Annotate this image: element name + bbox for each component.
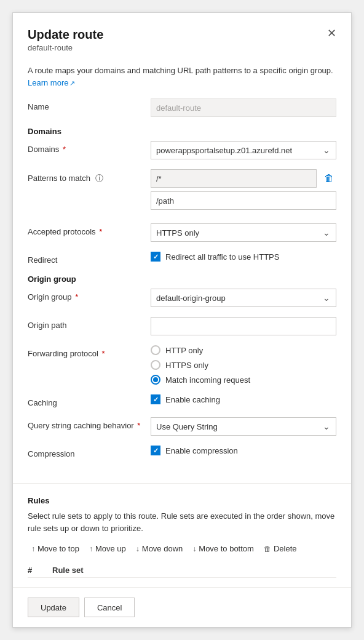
origin-group-section-heading: Origin group xyxy=(28,274,336,284)
patterns-row: Patterns to match ⓘ 🗑 xyxy=(28,169,336,214)
caching-control: Enable caching xyxy=(151,394,336,404)
pattern-row-2 xyxy=(151,191,336,210)
compression-checkbox-label: Enable compression xyxy=(165,446,238,455)
compression-checkbox-row: Enable compression xyxy=(151,446,336,455)
rules-section-heading: Rules xyxy=(28,496,336,505)
redirect-checkbox[interactable] xyxy=(151,252,160,262)
pattern-delete-button-1[interactable]: 🗑 xyxy=(322,172,336,185)
forwarding-match-request-row: Match incoming request xyxy=(151,375,336,385)
rules-toolbar: ↑ Move to top ↑ Move up ↓ Move down ↓ Mo… xyxy=(28,542,336,556)
rules-col-ruleset: Rule set xyxy=(52,566,336,575)
move-to-bottom-icon: ↓ xyxy=(192,545,196,553)
forwarding-protocol-row: Forwarding protocol * HTTP only HTTPS on… xyxy=(28,345,336,385)
compression-control: Enable compression xyxy=(151,446,336,455)
domains-control: powerappsportalsetup.z01.azurefd.net xyxy=(151,141,336,159)
forwarding-match-request-label: Match incoming request xyxy=(165,375,250,385)
redirect-control: Redirect all traffic to use HTTPS xyxy=(151,252,336,262)
protocols-control: HTTPS only HTTP only HTTP or HTTPS xyxy=(151,223,336,242)
origin-path-input[interactable] xyxy=(151,317,336,335)
compression-label: Compression xyxy=(28,446,151,458)
learn-more-link[interactable]: Learn more↗ xyxy=(28,78,75,87)
origin-group-section: Origin group xyxy=(28,274,336,284)
compression-row: Compression Enable compression xyxy=(28,446,336,458)
forwarding-match-request-radio[interactable] xyxy=(151,375,160,385)
update-button[interactable]: Update xyxy=(28,598,79,617)
origin-group-select-wrapper: default-origin-group xyxy=(151,289,336,307)
close-button[interactable]: ✕ xyxy=(325,25,339,41)
forwarding-http-only-label: HTTP only xyxy=(165,346,203,355)
form-body: Name Domains Domains * powerappsportalse… xyxy=(13,94,351,483)
name-row: Name xyxy=(28,98,336,117)
panel-header: Update route default-route ✕ xyxy=(13,13,351,57)
domains-label: Domains * xyxy=(28,141,151,154)
name-input[interactable] xyxy=(151,98,336,117)
description-text: A route maps your domains and matching U… xyxy=(13,57,351,94)
footer-buttons: Update Cancel xyxy=(13,587,351,627)
rules-table-header: # Rule set xyxy=(28,563,336,578)
forwarding-https-only-radio[interactable] xyxy=(151,360,160,370)
forwarding-protocol-control: HTTP only HTTPS only Match incoming requ… xyxy=(151,345,336,385)
domains-select[interactable]: powerappsportalsetup.z01.azurefd.net xyxy=(151,141,336,159)
query-string-select[interactable]: Use Query String Ignore Query String Ign… xyxy=(151,417,336,436)
query-string-row: Query string caching behavior * Use Quer… xyxy=(28,417,336,436)
forwarding-http-only-radio[interactable] xyxy=(151,345,160,355)
pattern-input-1[interactable] xyxy=(151,169,317,188)
forwarding-protocol-label: Forwarding protocol * xyxy=(28,345,151,358)
move-up-icon: ↑ xyxy=(89,545,93,553)
query-string-select-wrapper: Use Query String Ignore Query String Ign… xyxy=(151,417,336,436)
move-up-label: Move up xyxy=(95,544,126,553)
compression-checkbox[interactable] xyxy=(151,446,160,455)
external-link-icon: ↗ xyxy=(69,79,75,87)
move-down-icon: ↓ xyxy=(136,545,140,553)
name-label: Name xyxy=(28,98,151,111)
move-to-top-icon: ↑ xyxy=(31,545,35,553)
move-down-button[interactable]: ↓ Move down xyxy=(132,542,186,556)
origin-group-control: default-origin-group xyxy=(151,289,336,307)
origin-group-row: Origin group * default-origin-group xyxy=(28,289,336,307)
caching-checkbox[interactable] xyxy=(151,394,160,404)
query-string-control: Use Query String Ignore Query String Ign… xyxy=(151,417,336,436)
pattern-input-2[interactable] xyxy=(151,191,336,210)
update-route-panel: Update route default-route ✕ A route map… xyxy=(12,12,352,628)
move-to-top-button[interactable]: ↑ Move to top xyxy=(28,542,83,556)
origin-group-select[interactable]: default-origin-group xyxy=(151,289,336,307)
patterns-control: 🗑 xyxy=(151,169,336,214)
origin-path-control xyxy=(151,317,336,335)
rules-col-hash: # xyxy=(28,566,52,575)
move-to-bottom-label: Move to bottom xyxy=(199,544,254,553)
redirect-checkbox-row: Redirect all traffic to use HTTPS xyxy=(151,252,336,262)
protocols-select-wrapper: HTTPS only HTTP only HTTP or HTTPS xyxy=(151,223,336,242)
caching-checkbox-label: Enable caching xyxy=(165,395,220,404)
patterns-info-icon[interactable]: ⓘ xyxy=(95,174,103,183)
move-to-bottom-button[interactable]: ↓ Move to bottom xyxy=(189,542,258,556)
move-to-top-label: Move to top xyxy=(38,544,79,553)
domains-row: Domains * powerappsportalsetup.z01.azure… xyxy=(28,141,336,159)
protocols-select[interactable]: HTTPS only HTTP only HTTP or HTTPS xyxy=(151,223,336,242)
caching-checkbox-row: Enable caching xyxy=(151,394,336,404)
caching-label: Caching xyxy=(28,394,151,407)
origin-path-row: Origin path xyxy=(28,317,336,335)
delete-icon: 🗑 xyxy=(264,545,271,553)
query-string-label: Query string caching behavior * xyxy=(28,417,151,430)
protocols-row: Accepted protocols * HTTPS only HTTP onl… xyxy=(28,223,336,242)
pattern-row-1: 🗑 xyxy=(151,169,336,188)
cancel-button[interactable]: Cancel xyxy=(84,598,135,617)
forwarding-http-only-row: HTTP only xyxy=(151,345,336,355)
move-down-label: Move down xyxy=(142,544,183,553)
forwarding-https-only-row: HTTPS only xyxy=(151,360,336,370)
forwarding-https-only-label: HTTPS only xyxy=(165,361,208,370)
panel-subtitle: default-route xyxy=(28,43,336,52)
domains-section-heading: Domains xyxy=(28,127,336,136)
panel-title: Update route xyxy=(28,28,336,42)
protocols-label: Accepted protocols * xyxy=(28,223,151,236)
move-up-button[interactable]: ↑ Move up xyxy=(85,542,130,556)
rules-description: Select rule sets to apply to this route.… xyxy=(28,510,336,534)
domains-select-wrapper: powerappsportalsetup.z01.azurefd.net xyxy=(151,141,336,159)
domains-section: Domains xyxy=(28,127,336,136)
redirect-label: Redirect xyxy=(28,252,151,265)
domains-required: * xyxy=(60,145,66,154)
patterns-label: Patterns to match ⓘ xyxy=(28,169,151,184)
origin-path-label: Origin path xyxy=(28,317,151,330)
delete-button[interactable]: 🗑 Delete xyxy=(260,542,301,556)
origin-group-label: Origin group * xyxy=(28,289,151,302)
